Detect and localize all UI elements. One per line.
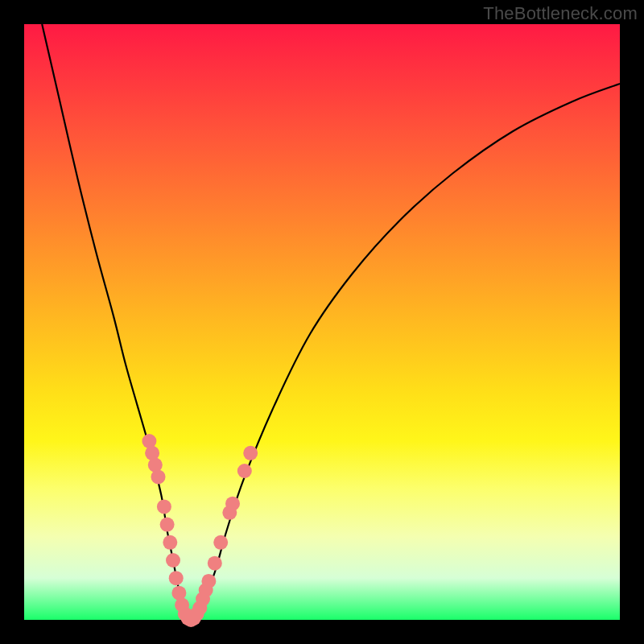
watermark-text: TheBottleneck.com xyxy=(483,3,638,24)
highlight-dot xyxy=(225,497,240,511)
highlight-dot xyxy=(213,535,228,550)
highlight-dot xyxy=(237,464,252,478)
highlight-dot xyxy=(166,553,180,568)
highlight-dot xyxy=(201,574,216,588)
highlight-dot xyxy=(151,469,166,484)
chart-frame: TheBottleneck.com xyxy=(0,0,644,644)
highlight-dot xyxy=(163,535,177,550)
highlight-dots-group xyxy=(142,434,258,627)
highlight-dot xyxy=(157,499,171,514)
highlight-dot xyxy=(169,571,184,585)
highlight-dot xyxy=(208,556,222,571)
highlight-dot xyxy=(160,518,175,532)
plot-area xyxy=(24,24,620,620)
bottleneck-curve xyxy=(42,24,620,620)
chart-svg xyxy=(24,24,620,620)
highlight-dot xyxy=(243,446,258,460)
